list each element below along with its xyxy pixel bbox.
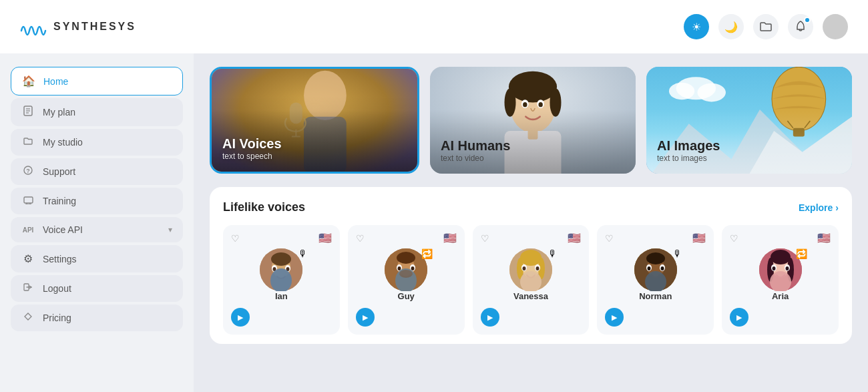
norman-favorite-icon[interactable]: ♡ (605, 233, 614, 244)
aria-play-button[interactable]: ▶ (730, 308, 748, 327)
svg-rect-28 (505, 131, 562, 174)
sidebar-item-my-plan[interactable]: My plan (11, 98, 183, 126)
folder-icon (760, 21, 772, 32)
guy-play-button[interactable]: ▶ (356, 308, 375, 327)
ian-face (260, 248, 302, 291)
svg-point-44 (271, 252, 291, 266)
header-actions: ☀ 🌙 (684, 14, 848, 39)
svg-rect-15 (290, 102, 302, 124)
sidebar-item-home-label: Home (43, 76, 68, 87)
home-icon: 🏠 (22, 75, 35, 87)
light-mode-button[interactable]: ☀ (684, 14, 709, 39)
sidebar-item-home[interactable]: 🏠 Home (11, 67, 183, 95)
support-icon: ? (21, 166, 35, 178)
logo-icon (20, 17, 47, 36)
sidebar-item-settings-label: Settings (43, 254, 77, 264)
app-layout: 🏠 Home My plan My studio ? Support Tra (0, 53, 868, 392)
api-icon: API (21, 226, 35, 234)
bell-icon (795, 21, 806, 33)
logo: SYNTHESYS (20, 17, 136, 36)
norman-play-button[interactable]: ▶ (605, 308, 624, 327)
ai-voices-subtitle: text to speech (222, 152, 282, 161)
ian-name: Ian (275, 291, 288, 301)
user-avatar-button[interactable] (823, 14, 848, 39)
ai-voices-content: AI Voices text to speech (222, 136, 282, 161)
ai-voices-title: AI Voices (222, 136, 282, 152)
voice-cards-list: ♡ 🇺🇸 (223, 225, 839, 335)
ai-humans-card[interactable]: AI Humans text to video (430, 67, 636, 174)
sidebar-item-logout[interactable]: Logout (11, 275, 183, 302)
voice-card-vanessa-top: ♡ 🇺🇸 (481, 232, 582, 244)
sidebar-item-support[interactable]: ? Support (11, 158, 183, 185)
ai-images-content: AI Images text to images (657, 138, 720, 163)
sidebar-item-pricing[interactable]: Pricing (11, 305, 183, 331)
sidebar-item-my-studio[interactable]: My studio (11, 129, 183, 156)
guy-name: Guy (398, 291, 415, 301)
svg-text:?: ? (26, 168, 30, 174)
norman-avatar (634, 248, 677, 291)
guy-avatar-wrapper: 🔁 (385, 248, 427, 291)
voice-card-ian: ♡ 🇺🇸 (223, 225, 340, 335)
aria-avatar-wrapper: 🔁 (759, 248, 802, 291)
svg-point-34 (772, 67, 826, 131)
svg-point-85 (785, 266, 789, 270)
plan-icon (21, 106, 35, 119)
svg-point-56 (411, 266, 415, 270)
svg-point-52 (397, 252, 415, 264)
sidebar-item-settings[interactable]: ⚙ Settings (11, 245, 183, 272)
voice-card-guy-top: ♡ 🇺🇸 (356, 232, 457, 244)
guy-flag: 🇺🇸 (443, 232, 457, 244)
svg-point-13 (304, 71, 347, 120)
settings-icon: ⚙ (21, 252, 35, 265)
svg-point-24 (521, 100, 529, 108)
training-icon (21, 195, 35, 207)
svg-rect-6 (24, 197, 33, 203)
voice-card-aria-top: ♡ 🇺🇸 (730, 232, 831, 244)
sidebar-item-my-plan-label: My plan (43, 107, 75, 118)
aria-favorite-icon[interactable]: ♡ (730, 233, 738, 244)
ian-flag: 🇺🇸 (318, 232, 332, 244)
ai-humans-subtitle: text to video (441, 154, 510, 163)
guy-badge: 🔁 (421, 248, 433, 259)
vanessa-play-button[interactable]: ▶ (481, 308, 499, 327)
voices-header: Lifelike voices Explore › (223, 200, 839, 214)
ian-play-button[interactable]: ▶ (231, 308, 250, 327)
voice-card-guy: ♡ 🇺🇸 (348, 225, 465, 335)
svg-rect-14 (304, 117, 347, 172)
svg-point-75 (660, 266, 664, 270)
norman-name: Norman (639, 291, 672, 301)
vanessa-badge: 🎙 (548, 248, 558, 259)
vanessa-face (509, 248, 552, 291)
svg-point-22 (505, 88, 516, 116)
ai-images-card[interactable]: AI Images text to images (646, 67, 852, 174)
folder-button[interactable] (753, 14, 779, 39)
svg-point-61 (520, 250, 541, 266)
sidebar-item-training-label: Training (43, 196, 76, 206)
header: SYNTHESYS ☀ 🌙 (0, 0, 868, 53)
svg-marker-33 (746, 117, 852, 174)
aria-name: Aria (772, 291, 789, 301)
explore-button[interactable]: Explore › (799, 202, 839, 213)
ian-avatar-wrapper: 🎙 (260, 248, 302, 291)
svg-point-20 (510, 79, 556, 133)
sidebar-item-voice-api-label: Voice API (43, 224, 83, 235)
svg-rect-36 (793, 128, 805, 137)
svg-point-27 (538, 102, 542, 107)
svg-point-79 (771, 250, 791, 264)
notifications-button[interactable] (788, 14, 813, 39)
guy-favorite-icon[interactable]: ♡ (356, 233, 365, 244)
svg-point-84 (772, 266, 775, 270)
ian-favorite-icon[interactable]: ♡ (231, 233, 240, 244)
sidebar-item-voice-api[interactable]: API Voice API ▾ (11, 217, 183, 242)
sidebar-item-training[interactable]: Training (11, 188, 183, 214)
sidebar-item-logout-label: Logout (43, 283, 71, 294)
vanessa-favorite-icon[interactable]: ♡ (481, 233, 489, 244)
notification-badge (804, 17, 811, 23)
ai-voices-card[interactable]: AI Voices text to speech (210, 67, 419, 174)
svg-point-40 (669, 83, 694, 100)
logout-icon (21, 282, 35, 295)
chevron-down-icon: ▾ (168, 225, 172, 234)
dark-mode-button[interactable]: 🌙 (718, 14, 744, 39)
svg-line-38 (805, 121, 810, 128)
ai-humans-title: AI Humans (441, 138, 510, 154)
